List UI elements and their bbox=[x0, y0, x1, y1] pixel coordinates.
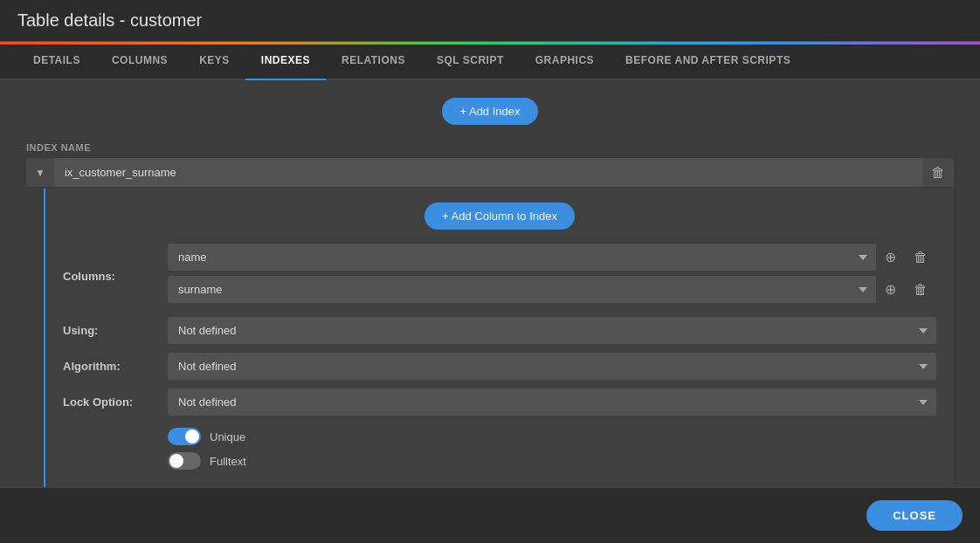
columns-label: Columns: bbox=[63, 270, 168, 283]
lock-option-label: Lock Option: bbox=[63, 395, 168, 409]
tab-sql-script[interactable]: SQL SCRIPT bbox=[421, 42, 520, 80]
footer: CLOSE bbox=[0, 487, 980, 543]
using-field-row: Using: Not defined BTREE HASH bbox=[63, 317, 936, 344]
tab-relations[interactable]: RELATIONS bbox=[326, 42, 421, 80]
drag-icon-2[interactable]: ⊕ bbox=[881, 278, 900, 301]
index-name-input[interactable] bbox=[54, 158, 922, 187]
unique-toggle[interactable] bbox=[168, 428, 201, 445]
close-button[interactable]: CLOSE bbox=[866, 500, 963, 531]
fulltext-label: Fulltext bbox=[210, 455, 246, 468]
tab-keys[interactable]: KEYS bbox=[183, 42, 245, 80]
tab-bar: DETAILS COLUMNS KEYS INDEXES RELATIONS S… bbox=[0, 42, 980, 80]
toggles-container: Unique Fulltext bbox=[168, 428, 936, 470]
column-2-select[interactable]: surname name bbox=[168, 276, 876, 303]
content-area: + Add Index INDEX NAME ▼ 🗑 + Add Column … bbox=[0, 80, 980, 487]
unique-label: Unique bbox=[210, 430, 245, 443]
column-1-select[interactable]: name surname bbox=[168, 244, 876, 271]
using-value: Not defined BTREE HASH bbox=[168, 317, 936, 344]
algorithm-value: Not defined DEFAULT INPLACE COPY bbox=[168, 353, 936, 380]
delete-column-2-icon[interactable]: 🗑 bbox=[905, 277, 936, 303]
fulltext-toggle-item: Fulltext bbox=[168, 452, 936, 470]
column-1-row: name surname ⊕ 🗑 bbox=[168, 244, 936, 271]
column-2-row: surname name ⊕ 🗑 bbox=[168, 276, 936, 303]
unique-toggle-item: Unique bbox=[168, 428, 936, 445]
algorithm-field-row: Algorithm: Not defined DEFAULT INPLACE C… bbox=[63, 353, 936, 380]
toggles-row: Unique Fulltext bbox=[63, 424, 936, 470]
add-column-button[interactable]: + Add Column to Index bbox=[424, 203, 575, 230]
lock-option-value: Not defined DEFAULT NONE SHARED EXCLUSIV… bbox=[168, 388, 936, 416]
tab-indexes[interactable]: INDEXES bbox=[245, 42, 326, 80]
add-column-row: + Add Column to Index bbox=[63, 203, 936, 230]
index-name-label: INDEX NAME bbox=[26, 142, 954, 153]
columns-value: name surname ⊕ 🗑 surname name ⊕ 🗑 bbox=[168, 244, 936, 308]
tab-columns[interactable]: COLUMNS bbox=[96, 42, 183, 80]
add-index-row: + Add Index bbox=[26, 98, 954, 125]
drag-icon-1[interactable]: ⊕ bbox=[881, 245, 900, 269]
dialog-container: Table details - customer DETAILS COLUMNS… bbox=[0, 0, 980, 543]
index-row: ▼ 🗑 bbox=[26, 158, 954, 187]
lock-option-select[interactable]: Not defined DEFAULT NONE SHARED EXCLUSIV… bbox=[168, 388, 936, 416]
chevron-down-icon[interactable]: ▼ bbox=[26, 160, 54, 186]
title-bar: Table details - customer bbox=[0, 0, 980, 42]
delete-index-icon[interactable]: 🗑 bbox=[922, 160, 954, 186]
delete-column-1-icon[interactable]: 🗑 bbox=[905, 244, 936, 271]
fulltext-toggle[interactable] bbox=[168, 452, 201, 470]
dialog-title: Table details - customer bbox=[17, 10, 202, 30]
columns-field-row: Columns: name surname ⊕ 🗑 surn bbox=[63, 244, 936, 308]
tab-details[interactable]: DETAILS bbox=[17, 42, 96, 80]
lock-option-field-row: Lock Option: Not defined DEFAULT NONE SH… bbox=[63, 388, 936, 416]
tab-graphics[interactable]: GRAPHICS bbox=[520, 42, 610, 80]
add-index-button[interactable]: + Add Index bbox=[442, 98, 537, 125]
using-label: Using: bbox=[63, 324, 168, 337]
index-detail-panel: + Add Column to Index Columns: name surn… bbox=[44, 189, 954, 487]
algorithm-select[interactable]: Not defined DEFAULT INPLACE COPY bbox=[168, 353, 936, 380]
tab-before-after[interactable]: BEFORE AND AFTER SCRIPTS bbox=[610, 42, 806, 80]
algorithm-label: Algorithm: bbox=[63, 360, 168, 373]
using-select[interactable]: Not defined BTREE HASH bbox=[168, 317, 936, 344]
